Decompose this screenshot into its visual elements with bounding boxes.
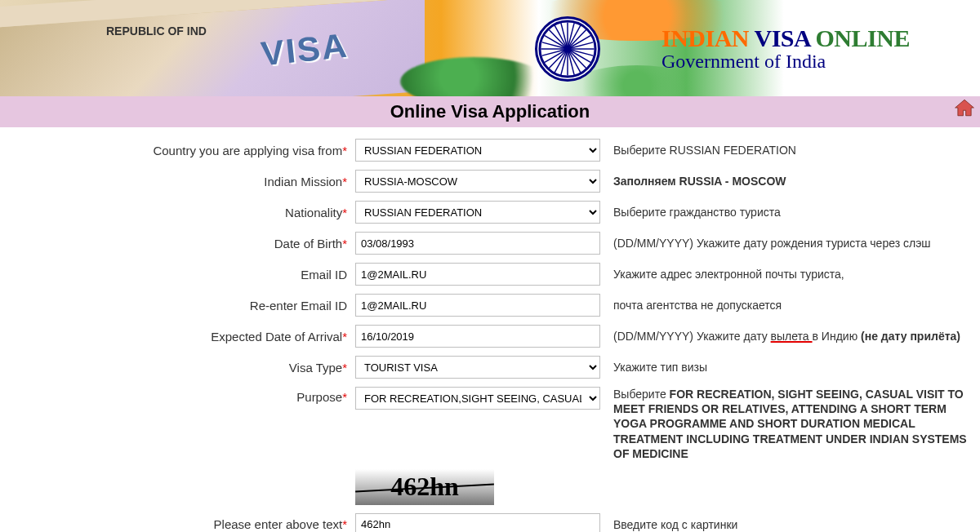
label-captcha-input: Please enter above text [214,517,343,531]
input-email[interactable] [355,263,600,286]
hint-email-line1: Укажите адрес электронной почты туриста, [600,267,972,282]
hint-email-line2: почта агентства не допускается [600,298,972,313]
label-nationality: Nationality [285,206,342,219]
brand-subtitle: Government of India [662,51,910,73]
hint-purpose: Выберите FOR RECREATION, SIGHT SEEING, C… [600,387,972,461]
brand-word-3: ONLINE [816,24,910,51]
hint-captcha: Введите код с картинки [600,517,972,532]
brand-word-1: INDIAN [662,24,749,51]
label-country: Country you are applying visa from [153,144,342,157]
select-purpose[interactable]: FOR RECREATION,SIGHT SEEING, CASUAL VIS [355,387,600,410]
hint-arrival: (DD/MM/YYYY) Укажите дату вылета в Индию… [600,329,972,344]
label-email2: Re-enter Email ID [250,299,347,313]
hint-nationality: Выберите гражданство туриста [600,205,972,219]
select-mission[interactable]: RUSSIA-MOSCOW [355,170,600,193]
page-title-bar: Online Visa Application [0,96,980,127]
select-country[interactable]: RUSSIAN FEDERATION [355,139,600,162]
brand-block: INDIAN VISA ONLINE Government of India [662,24,910,73]
form: Country you are applying visa from* RUSS… [0,127,980,532]
select-nationality[interactable]: RUSSIAN FEDERATION [355,201,600,224]
input-dob[interactable] [355,232,600,255]
visa-doc-text: REPUBLIC OF IND [106,24,207,38]
select-visa-type[interactable]: TOURIST VISA [355,356,600,379]
svg-marker-26 [956,100,974,116]
header-banner: REPUBLIC OF IND INDIAN [0,0,980,96]
input-arrival[interactable] [355,325,600,348]
captcha-image: 462hn [355,469,494,505]
input-captcha[interactable] [355,513,600,532]
hint-visa-type: Укажите тип визы [600,360,972,375]
label-purpose: Purpose [296,390,342,404]
ashoka-chakra-icon [535,16,600,82]
home-icon[interactable] [954,98,975,122]
hint-dob: (DD/MM/YYYY) Укажите дату рождения турис… [600,236,972,250]
hint-mission: Заполняем RUSSIA - MOSCOW [613,175,786,188]
label-visa-type: Visa Type [289,361,342,375]
label-mission: Indian Mission [264,175,342,188]
label-dob: Date of Birth [274,237,342,250]
page-title: Online Visa Application [390,101,590,122]
visa-document-graphic: REPUBLIC OF IND [0,0,425,96]
input-email2[interactable] [355,294,600,317]
hint-country: Выберите RUSSIAN FEDERATION [600,143,972,157]
brand-word-2: VISA [754,24,809,51]
label-arrival: Expected Date of Arrival [211,330,342,344]
label-email: Email ID [301,268,347,282]
